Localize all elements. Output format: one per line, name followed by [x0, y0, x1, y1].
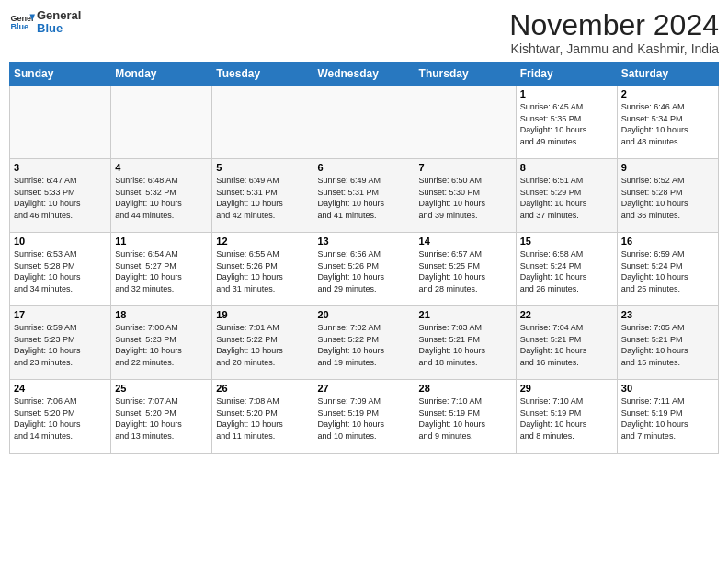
header-wednesday: Wednesday	[313, 63, 415, 86]
day-info: Sunrise: 7:09 AM Sunset: 5:19 PM Dayligh…	[317, 396, 410, 442]
day-info: Sunrise: 6:58 AM Sunset: 5:24 PM Dayligh…	[520, 248, 613, 294]
day-info: Sunrise: 7:02 AM Sunset: 5:22 PM Dayligh…	[317, 322, 410, 368]
day-info: Sunrise: 6:56 AM Sunset: 5:26 PM Dayligh…	[317, 248, 410, 294]
day-info: Sunrise: 6:49 AM Sunset: 5:31 PM Dayligh…	[317, 175, 410, 221]
page-header: General Blue General Blue November 2024 …	[9, 9, 719, 56]
day-info: Sunrise: 7:06 AM Sunset: 5:20 PM Dayligh…	[14, 396, 107, 442]
day-number: 7	[419, 162, 512, 173]
day-info: Sunrise: 6:53 AM Sunset: 5:28 PM Dayligh…	[14, 248, 107, 294]
calendar-table: SundayMondayTuesdayWednesdayThursdayFrid…	[9, 62, 719, 454]
day-info: Sunrise: 7:10 AM Sunset: 5:19 PM Dayligh…	[419, 396, 512, 442]
calendar-cell: 25Sunrise: 7:07 AM Sunset: 5:20 PM Dayli…	[111, 380, 212, 454]
day-info: Sunrise: 6:52 AM Sunset: 5:28 PM Dayligh…	[621, 175, 714, 221]
day-number: 1	[520, 88, 613, 99]
calendar-cell: 23Sunrise: 7:05 AM Sunset: 5:21 PM Dayli…	[617, 306, 718, 380]
day-number: 27	[317, 383, 410, 394]
day-number: 26	[216, 383, 309, 394]
day-info: Sunrise: 7:07 AM Sunset: 5:20 PM Dayligh…	[115, 396, 208, 442]
day-number: 4	[115, 162, 208, 173]
header-sunday: Sunday	[10, 63, 111, 86]
day-info: Sunrise: 6:50 AM Sunset: 5:30 PM Dayligh…	[419, 175, 512, 221]
day-number: 3	[14, 162, 107, 173]
calendar-cell	[10, 86, 111, 159]
calendar-cell: 29Sunrise: 7:10 AM Sunset: 5:19 PM Dayli…	[516, 380, 617, 454]
calendar-cell	[313, 86, 415, 159]
day-number: 12	[216, 236, 309, 247]
calendar-cell: 4Sunrise: 6:48 AM Sunset: 5:32 PM Daylig…	[111, 159, 212, 233]
month-title: November 2024	[509, 9, 719, 41]
week-row-4: 17Sunrise: 6:59 AM Sunset: 5:23 PM Dayli…	[10, 306, 719, 380]
calendar-cell: 3Sunrise: 6:47 AM Sunset: 5:33 PM Daylig…	[10, 159, 111, 233]
calendar-cell: 1Sunrise: 6:45 AM Sunset: 5:35 PM Daylig…	[516, 86, 617, 159]
header-saturday: Saturday	[617, 63, 718, 86]
day-number: 28	[419, 383, 512, 394]
day-number: 11	[115, 236, 208, 247]
day-info: Sunrise: 7:00 AM Sunset: 5:23 PM Dayligh…	[115, 322, 208, 368]
calendar-cell	[111, 86, 212, 159]
calendar-cell: 11Sunrise: 6:54 AM Sunset: 5:27 PM Dayli…	[111, 233, 212, 306]
calendar-cell: 24Sunrise: 7:06 AM Sunset: 5:20 PM Dayli…	[10, 380, 111, 454]
calendar-cell: 28Sunrise: 7:10 AM Sunset: 5:19 PM Dayli…	[415, 380, 516, 454]
header-tuesday: Tuesday	[212, 63, 313, 86]
day-info: Sunrise: 7:03 AM Sunset: 5:21 PM Dayligh…	[419, 322, 512, 368]
calendar-cell: 26Sunrise: 7:08 AM Sunset: 5:20 PM Dayli…	[212, 380, 313, 454]
day-number: 16	[621, 236, 714, 247]
day-number: 25	[115, 383, 208, 394]
day-number: 23	[621, 309, 714, 320]
calendar-cell	[212, 86, 313, 159]
logo-blue: Blue	[37, 22, 81, 35]
day-number: 17	[14, 309, 107, 320]
calendar-cell: 27Sunrise: 7:09 AM Sunset: 5:19 PM Dayli…	[313, 380, 415, 454]
calendar-cell: 8Sunrise: 6:51 AM Sunset: 5:29 PM Daylig…	[516, 159, 617, 233]
day-number: 5	[216, 162, 309, 173]
header-thursday: Thursday	[415, 63, 516, 86]
day-number: 14	[419, 236, 512, 247]
day-info: Sunrise: 6:55 AM Sunset: 5:26 PM Dayligh…	[216, 248, 309, 294]
day-number: 22	[520, 309, 613, 320]
day-info: Sunrise: 7:04 AM Sunset: 5:21 PM Dayligh…	[520, 322, 613, 368]
day-info: Sunrise: 6:47 AM Sunset: 5:33 PM Dayligh…	[14, 175, 107, 221]
week-row-1: 1Sunrise: 6:45 AM Sunset: 5:35 PM Daylig…	[10, 86, 719, 159]
calendar-cell: 19Sunrise: 7:01 AM Sunset: 5:22 PM Dayli…	[212, 306, 313, 380]
calendar-cell: 2Sunrise: 6:46 AM Sunset: 5:34 PM Daylig…	[617, 86, 718, 159]
location: Kishtwar, Jammu and Kashmir, India	[509, 41, 719, 56]
day-number: 8	[520, 162, 613, 173]
calendar-cell: 7Sunrise: 6:50 AM Sunset: 5:30 PM Daylig…	[415, 159, 516, 233]
calendar-cell: 15Sunrise: 6:58 AM Sunset: 5:24 PM Dayli…	[516, 233, 617, 306]
calendar-cell: 22Sunrise: 7:04 AM Sunset: 5:21 PM Dayli…	[516, 306, 617, 380]
day-info: Sunrise: 7:11 AM Sunset: 5:19 PM Dayligh…	[621, 396, 714, 442]
day-number: 24	[14, 383, 107, 394]
day-info: Sunrise: 7:01 AM Sunset: 5:22 PM Dayligh…	[216, 322, 309, 368]
calendar-cell: 9Sunrise: 6:52 AM Sunset: 5:28 PM Daylig…	[617, 159, 718, 233]
calendar-cell: 13Sunrise: 6:56 AM Sunset: 5:26 PM Dayli…	[313, 233, 415, 306]
header-monday: Monday	[111, 63, 212, 86]
calendar-cell	[415, 86, 516, 159]
day-info: Sunrise: 6:59 AM Sunset: 5:23 PM Dayligh…	[14, 322, 107, 368]
week-row-5: 24Sunrise: 7:06 AM Sunset: 5:20 PM Dayli…	[10, 380, 719, 454]
title-block: November 2024 Kishtwar, Jammu and Kashmi…	[509, 9, 719, 56]
day-info: Sunrise: 6:57 AM Sunset: 5:25 PM Dayligh…	[419, 248, 512, 294]
svg-text:Blue: Blue	[10, 23, 28, 32]
day-number: 30	[621, 383, 714, 394]
day-number: 18	[115, 309, 208, 320]
day-info: Sunrise: 7:05 AM Sunset: 5:21 PM Dayligh…	[621, 322, 714, 368]
day-number: 10	[14, 236, 107, 247]
calendar-cell: 10Sunrise: 6:53 AM Sunset: 5:28 PM Dayli…	[10, 233, 111, 306]
day-info: Sunrise: 7:10 AM Sunset: 5:19 PM Dayligh…	[520, 396, 613, 442]
day-info: Sunrise: 6:48 AM Sunset: 5:32 PM Dayligh…	[115, 175, 208, 221]
calendar-cell: 21Sunrise: 7:03 AM Sunset: 5:21 PM Dayli…	[415, 306, 516, 380]
day-number: 19	[216, 309, 309, 320]
header-friday: Friday	[516, 63, 617, 86]
day-info: Sunrise: 6:54 AM Sunset: 5:27 PM Dayligh…	[115, 248, 208, 294]
day-info: Sunrise: 7:08 AM Sunset: 5:20 PM Dayligh…	[216, 396, 309, 442]
day-number: 2	[621, 88, 714, 99]
logo: General Blue General Blue	[9, 9, 81, 36]
calendar-cell: 6Sunrise: 6:49 AM Sunset: 5:31 PM Daylig…	[313, 159, 415, 233]
calendar-cell: 5Sunrise: 6:49 AM Sunset: 5:31 PM Daylig…	[212, 159, 313, 233]
day-number: 6	[317, 162, 410, 173]
calendar-cell: 30Sunrise: 7:11 AM Sunset: 5:19 PM Dayli…	[617, 380, 718, 454]
day-number: 29	[520, 383, 613, 394]
calendar-cell: 18Sunrise: 7:00 AM Sunset: 5:23 PM Dayli…	[111, 306, 212, 380]
logo-general: General	[37, 9, 81, 22]
calendar-cell: 20Sunrise: 7:02 AM Sunset: 5:22 PM Dayli…	[313, 306, 415, 380]
